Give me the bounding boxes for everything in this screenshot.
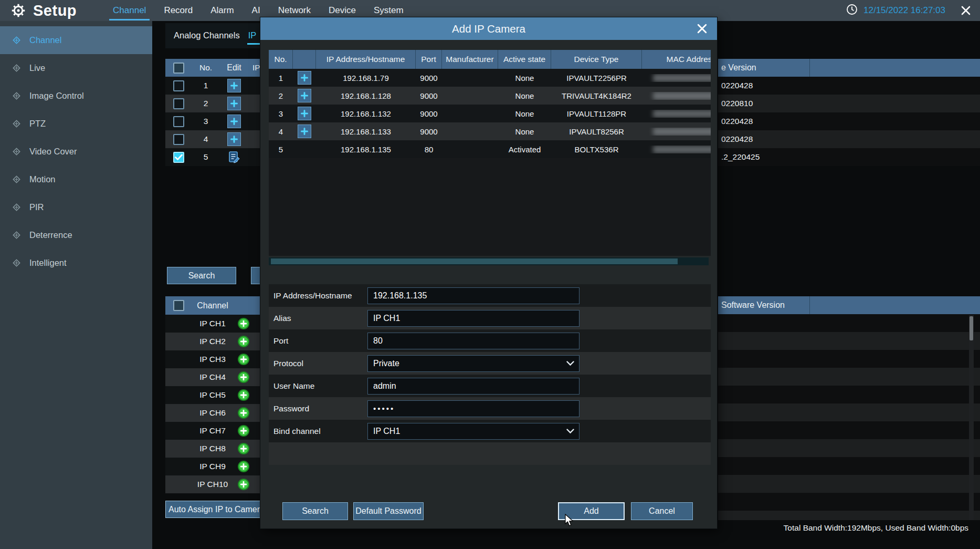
add-device-button[interactable]	[298, 107, 311, 120]
form-row-protocol: ProtocolPrivate	[269, 352, 711, 375]
ip-channel-row[interactable]: IP CH6	[165, 404, 260, 422]
add-device-button[interactable]	[298, 125, 311, 138]
add-channel-button[interactable]	[227, 79, 241, 92]
row-checkbox[interactable]	[173, 134, 184, 145]
add-device-button[interactable]	[298, 71, 311, 85]
channel-number: 2	[192, 99, 220, 108]
horizontal-scrollbar-thumb[interactable]	[271, 258, 678, 264]
menu-item-channel[interactable]: Channel	[104, 0, 155, 21]
version-row: 0220428	[718, 77, 980, 95]
device-row[interactable]: 2192.168.1.1289000NoneTRIVAULT4K184R2	[269, 87, 711, 105]
vertical-scrollbar[interactable]	[969, 315, 974, 520]
select-all-checkbox[interactable]	[173, 300, 184, 311]
sidebar-item-label: Intelligent	[29, 258, 67, 268]
ip-channel-row[interactable]: IP CH9	[165, 458, 260, 475]
green-plus-circle-icon[interactable]	[238, 407, 249, 419]
modal-search-button[interactable]: Search	[282, 502, 348, 520]
channel-edit-row[interactable]: 3	[165, 112, 260, 130]
protocol-select[interactable]: Private	[367, 355, 579, 372]
channel-edit-row[interactable]: 2	[165, 95, 260, 112]
auto-assign-ip-button[interactable]: Auto Assign IP to Camer	[165, 501, 260, 518]
add-channel-button[interactable]	[227, 97, 241, 110]
edit-document-icon[interactable]	[227, 150, 241, 164]
green-plus-circle-icon[interactable]	[238, 389, 249, 401]
green-plus-circle-icon[interactable]	[238, 354, 249, 365]
ip-channel-row[interactable]: IP CH8	[165, 440, 260, 458]
ip-channel-row[interactable]: IP CH2	[165, 333, 260, 350]
row-checkbox-checked[interactable]	[173, 152, 184, 163]
channel-edit-row[interactable]: 1	[165, 77, 260, 95]
green-plus-circle-icon[interactable]	[238, 443, 249, 454]
add-device-button[interactable]	[298, 89, 311, 102]
modal-close-button[interactable]	[696, 22, 709, 35]
vertical-scrollbar-thumb[interactable]	[970, 316, 973, 340]
row-checkbox[interactable]	[173, 80, 184, 91]
device-row[interactable]: 1192.168.1.799000NoneIPVAULT2256PR	[269, 69, 711, 87]
channel-edit-row[interactable]: 4	[165, 130, 260, 148]
version-row: .2_220425	[718, 148, 980, 166]
green-plus-circle-icon[interactable]	[238, 318, 249, 329]
version-value: 0220428	[721, 134, 753, 144]
device-no: 2	[269, 91, 293, 100]
sidebar-item-deterrence[interactable]: Deterrence	[0, 221, 152, 249]
datetime: 12/15/2022 16:27:03	[863, 5, 945, 16]
sidebar-item-ptz[interactable]: PTZ	[0, 110, 152, 138]
device-port: 9000	[416, 74, 442, 82]
user-name-field[interactable]	[367, 378, 579, 395]
diamond-target-icon	[12, 147, 22, 157]
partially-hidden-button[interactable]	[251, 267, 260, 284]
ip-channel-label: IP CH3	[192, 355, 234, 364]
ip-channel-label: IP CH9	[192, 462, 234, 471]
diamond-target-icon	[12, 63, 22, 73]
port-field[interactable]	[367, 333, 579, 349]
green-plus-circle-icon[interactable]	[238, 425, 249, 437]
version-row: 0220810	[718, 95, 980, 112]
ip-channel-row[interactable]: IP CH7	[165, 422, 260, 440]
bind-channel-select[interactable]: IP CH1	[367, 423, 579, 440]
ip-channel-row[interactable]: IP CH3	[165, 350, 260, 368]
sidebar-item-motion[interactable]: Motion	[0, 165, 152, 193]
ip-channel-row[interactable]: IP CH10	[165, 475, 260, 493]
close-setup-button[interactable]	[960, 5, 972, 16]
ip-address-hostname-field[interactable]	[367, 287, 579, 304]
ip-channel-row[interactable]: IP CH4	[165, 368, 260, 386]
password-field[interactable]	[367, 400, 579, 417]
sidebar-item-image-control[interactable]: Image Control	[0, 82, 152, 110]
horizontal-scrollbar[interactable]	[269, 257, 709, 265]
device-ip: 192.168.1.132	[316, 109, 416, 118]
alias-field[interactable]	[367, 310, 579, 327]
green-plus-circle-icon[interactable]	[238, 371, 249, 383]
menu-item-record[interactable]: Record	[155, 0, 202, 21]
channel-edit-row[interactable]: 5	[165, 148, 260, 166]
menu-item-alarm[interactable]: Alarm	[202, 0, 243, 21]
modal-cancel-button[interactable]: Cancel	[631, 502, 693, 520]
search-button-background[interactable]: Search	[167, 267, 236, 284]
green-plus-circle-icon[interactable]	[238, 461, 249, 472]
ip-channel-row[interactable]: IP CH1	[165, 315, 260, 333]
device-device_type: TRIVAULT4K184R2	[551, 91, 642, 100]
sidebar-item-pir[interactable]: PIR	[0, 193, 152, 221]
sidebar-item-video-cover[interactable]: Video Cover	[0, 138, 152, 165]
sidebar-item-live[interactable]: Live	[0, 54, 152, 82]
ip-channel-row[interactable]: IP CH5	[165, 386, 260, 404]
add-channel-button[interactable]	[227, 115, 241, 128]
add-channel-button[interactable]	[227, 132, 241, 146]
green-plus-circle-icon[interactable]	[238, 479, 249, 490]
sidebar-item-intelligent[interactable]: Intelligent	[0, 249, 152, 277]
version-value: 0220428	[721, 117, 753, 126]
green-plus-circle-icon[interactable]	[238, 336, 249, 347]
sidebar-item-channel[interactable]: Channel	[0, 26, 152, 54]
diamond-target-icon	[12, 91, 22, 101]
tab-ip[interactable]: IP	[248, 30, 257, 42]
row-checkbox[interactable]	[173, 98, 184, 109]
row-checkbox[interactable]	[173, 116, 184, 127]
device-row[interactable]: 5192.168.1.13580ActivatedBOLTX536R	[269, 140, 711, 158]
device-row[interactable]: 3192.168.1.1329000NoneIPVAULT1128PR	[269, 105, 711, 122]
device-device_type: BOLTX536R	[551, 145, 642, 154]
tab-analog-channels[interactable]: Analog Channels	[174, 30, 240, 42]
select-all-checkbox[interactable]	[173, 63, 184, 74]
diamond-target-icon	[12, 202, 22, 212]
plus-icon	[301, 128, 308, 135]
modal-default-password-button[interactable]: Default Password	[353, 502, 424, 520]
device-row[interactable]: 4192.168.1.1339000NoneIPVAULT8256R	[269, 122, 711, 140]
